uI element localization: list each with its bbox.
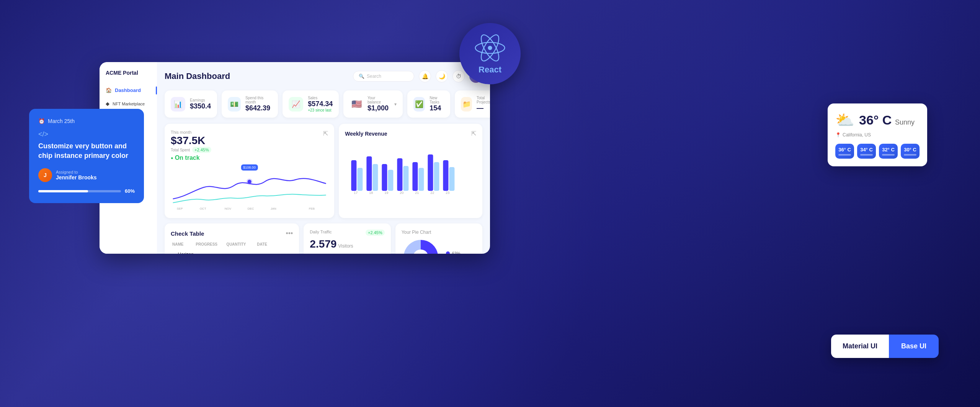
table-menu-icon[interactable]: ••• [286,230,293,238]
monthly-label: This month [171,130,211,135]
dashboard-header: Main Dashboard 🔍 Search 🔔 🌙 ⏱ U [165,70,482,83]
earnings-icon: 📊 [171,97,185,112]
bar-chart: 17 18 19 20 21 22 23 [345,141,476,195]
balance-card: 🇺🇸 Your balance $1,000 ▾ [343,90,403,118]
traffic-sub: Visitors [338,243,353,249]
sidebar-item-dashboard[interactable]: 🏠 Dashboard [100,84,157,97]
base-ui-button[interactable]: Base UI [889,335,939,358]
col-progress: PROGRESS [196,242,226,246]
task-assignee: J Assigned to Jennifer Brooks [38,168,135,182]
flag-icon: 🇺🇸 [350,97,364,112]
tasks-card: ✅ New Tasks 154 [407,90,450,118]
svg-text:20: 20 [400,191,404,195]
bottom-row: Check Table ••• NAME PROGRESS QUANTITY D… [165,223,482,254]
spend-card: 💵 Spend this month $642.39 [222,90,278,118]
forecast-item-2: 34° C [857,144,876,159]
table-title: Check Table [171,230,204,237]
react-logo-label: React [479,65,501,75]
svg-rect-15 [373,164,378,191]
chart-meta: Total Spent +2.45% [171,147,211,153]
assignee-name: Jennifer Brooks [56,174,97,181]
projects-label: Total Projects [477,96,490,104]
sales-value: $574.34 [308,100,333,108]
svg-point-5 [247,179,253,185]
col-quantity: QUANTITY [226,242,257,246]
tasks-value: 154 [430,104,444,112]
table-row: Horizon UI PRO 17.5% 2,458 24.Jan.2021 [171,249,293,254]
chart-header: This month $37.5K Total Spent +2.45% ● O… [171,130,328,161]
svg-rect-16 [382,164,387,191]
svg-text:23: 23 [446,191,450,195]
svg-rect-12 [351,160,357,191]
svg-text:21: 21 [415,191,419,195]
dark-mode-button[interactable]: 🌙 [436,70,448,82]
svg-text:NOV: NOV [225,207,232,210]
progress-section: 60% [38,188,135,194]
row-name: Horizon UI PRO [172,252,196,254]
weekly-revenue-chart: Weekly Revenue ⇱ [339,124,482,218]
search-box[interactable]: 🔍 Search [353,71,414,82]
page-title: Main Dashboard [165,71,230,81]
ui-buttons-row: Material UI Base UI [831,335,939,358]
monthly-value: $37.5K [171,135,211,147]
svg-text:OCT: OCT [200,207,206,210]
forecast-row: 36° C 34° C 32° C 30° C [835,144,920,159]
check-table: Check Table ••• NAME PROGRESS QUANTITY D… [165,223,299,254]
header-actions: 🔍 Search 🔔 🌙 ⏱ U [353,70,482,83]
svg-point-3 [488,46,492,50]
forecast-temp-2: 34° C [860,147,873,153]
spend-icon: 💵 [228,97,241,112]
main-content: Main Dashboard 🔍 Search 🔔 🌙 ⏱ U 📊 Earnin… [157,62,490,254]
svg-rect-14 [367,156,372,191]
nft-icon: ◆ [106,101,109,107]
forecast-bar-3 [882,154,895,156]
balance-label: Your balance [368,96,389,104]
charts-row: This month $37.5K Total Spent +2.45% ● O… [165,124,482,218]
main-dashboard-window: ACME Portal 🏠 Dashboard ◆ NFT Marketplac… [100,62,490,254]
traffic-label: Daily Traffic [310,230,332,234]
svg-rect-25 [449,167,455,191]
col-date: DATE [257,242,291,246]
weekly-chart-icon[interactable]: ⇱ [471,130,476,137]
weekly-title: Weekly Revenue [345,131,387,137]
sidebar-brand: ACME Portal [100,70,157,84]
tasks-label: New Tasks [430,96,444,104]
chart-expand-icon[interactable]: ⇱ [323,130,328,137]
legend-label-1: 63% [452,251,461,254]
search-icon: 🔍 [359,74,364,79]
forecast-temp-3: 32° C [882,147,895,153]
chart-tooltip: $108.00 [241,164,258,171]
monthly-chart: This month $37.5K Total Spent +2.45% ● O… [165,124,334,218]
earnings-value: $350.4 [190,102,211,110]
dropdown-icon[interactable]: ▾ [394,102,397,107]
react-logo: React [459,23,521,84]
sales-icon: 📈 [289,97,303,112]
forecast-temp-1: 36° C [838,147,851,153]
task-date: ⏰ March 25th [38,118,135,124]
spend-value: $642.39 [245,104,272,112]
task-code-icon: </> [38,130,135,138]
svg-text:SEP: SEP [177,207,183,210]
notification-button[interactable]: 🔔 [419,70,431,82]
sidebar-item-nft[interactable]: ◆ NFT Marketplace [100,97,157,110]
svg-text:18: 18 [369,191,373,195]
pie-label: Your Pie Chart [402,230,476,235]
col-name: NAME [172,242,196,246]
avatar: J [38,168,52,182]
svg-rect-17 [388,170,394,191]
svg-rect-13 [358,168,363,191]
tasks-icon: ✅ [413,97,425,112]
daily-traffic-card: Daily Traffic +2.45% 2.579 Visitors [304,223,390,254]
table-header-row: Check Table ••• [171,230,293,238]
earnings-label: Earnings [190,98,211,102]
clock-button[interactable]: ⏱ [452,70,465,82]
svg-rect-20 [413,162,418,191]
svg-rect-23 [434,162,439,191]
legend-dot-1 [446,251,450,254]
search-placeholder: Search [367,74,381,79]
material-ui-button[interactable]: Material UI [831,335,889,358]
svg-rect-19 [403,166,409,191]
svg-text:19: 19 [385,191,389,195]
home-icon: 🏠 [106,87,112,93]
svg-text:JAN: JAN [271,207,276,210]
